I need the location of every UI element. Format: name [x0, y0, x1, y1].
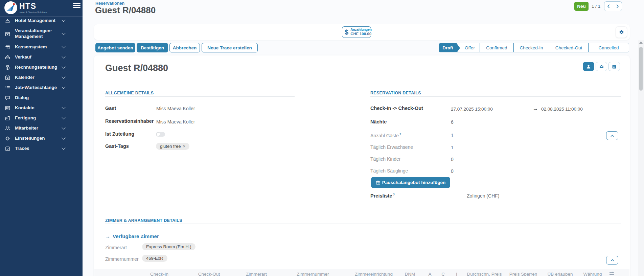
sidebar-item-job-warteschlange[interactable]: Job-Warteschlange [0, 83, 83, 93]
sidebar-item-traces[interactable]: Traces [0, 143, 83, 154]
column-settings-button[interactable] [609, 271, 615, 276]
chevron-down-icon [62, 85, 65, 89]
factory-icon [5, 115, 10, 121]
next-record-button[interactable] [613, 1, 622, 11]
column-header[interactable]: Währung [583, 272, 602, 276]
zimmernummer-pill[interactable]: 469-ExR [142, 255, 167, 262]
list-icon [5, 85, 10, 91]
sidebar-item-verkauf[interactable]: Verkauf [0, 52, 83, 62]
zimmerart-pill[interactable]: Express Room (Em.H.) [142, 243, 196, 250]
column-header[interactable]: Check-In [150, 272, 168, 276]
sidebar-item-mitarbeiter[interactable]: Mitarbeiter [0, 123, 83, 133]
column-header[interactable]: DNM [405, 272, 415, 276]
status-step-confirmed[interactable]: Confirmed [480, 43, 513, 52]
room-table-header: Check-In Check-Out Zimmerart Zimmernumme… [94, 269, 629, 276]
person-icon [586, 64, 591, 69]
taeglich-saeuglinge-label: Täglich Säuglinge [370, 168, 408, 174]
shop-icon [5, 44, 10, 50]
taeglich-kinder-value[interactable]: 0 [451, 157, 454, 162]
bestaetigen-button[interactable]: Bestätigen [137, 43, 168, 52]
sidebar-item-rechnungsstellung[interactable]: $ Rechnungsstellung [0, 62, 83, 72]
sidebar-item-veranstaltungen[interactable]: Veranstaltungen-Management [0, 26, 83, 42]
sidebar-item-label: Kassensystem [15, 44, 62, 50]
ist-zuteilung-toggle[interactable] [156, 132, 165, 137]
calendar-icon [5, 75, 10, 80]
abbrechen-button[interactable]: Abbrechen [169, 43, 200, 52]
column-header[interactable]: Preis Sperren [509, 272, 537, 276]
single-guest-view-button[interactable] [583, 62, 594, 71]
scrollbar-thumb[interactable] [639, 47, 643, 91]
help-icon[interactable]: ? [399, 132, 401, 136]
neue-trace-button[interactable]: Neue Trace erstellen [202, 43, 258, 52]
calendar-view-button[interactable] [608, 62, 620, 71]
remove-tag-icon[interactable]: × [183, 144, 185, 149]
checkout-value[interactable]: 02.08.2025 11:00:00 [541, 107, 583, 112]
column-header[interactable]: C [441, 272, 445, 276]
column-header[interactable]: Zimmereinrichtung [355, 272, 393, 276]
sidebar-item-kontakte[interactable]: Kontakte [0, 103, 83, 113]
sidebar-item-einstellungen[interactable]: Einstellungen [0, 133, 83, 143]
reservationsinhaber-value[interactable]: Miss Maeva Koller [156, 119, 195, 124]
gast-label: Gast [105, 106, 116, 111]
help-icon[interactable]: ? [393, 192, 395, 196]
checkin-value[interactable]: 27.07.2025 15:00:00 [451, 107, 493, 112]
dollar-icon: $ [345, 28, 348, 36]
group-view-button[interactable] [596, 62, 607, 71]
collapse-rooms-button[interactable] [606, 256, 618, 264]
angebot-senden-button[interactable]: Angebot senden [95, 43, 135, 52]
anzahl-gaeste-value[interactable]: 1 [451, 133, 454, 138]
collapse-guests-button[interactable] [606, 131, 618, 140]
column-header[interactable]: Zimmerart [246, 272, 267, 276]
chevron-right-icon [616, 4, 619, 8]
sidebar-item-dialog[interactable]: Dialog [0, 93, 83, 103]
column-header[interactable]: Zimmernummer [297, 272, 329, 276]
money-bag-icon: $ [5, 65, 10, 70]
checkbox-icon [5, 146, 10, 152]
verfuegbare-zimmer-label: Verfügbare Zimmer [113, 233, 159, 239]
taeglich-erwachsene-value[interactable]: 1 [451, 145, 454, 150]
column-header[interactable]: ÜB erlauben [547, 272, 573, 276]
preisliste-value[interactable]: Zofingen (CHF) [467, 193, 499, 199]
gift-icon [376, 180, 381, 185]
menu-icon[interactable] [73, 3, 80, 9]
chevron-down-icon [62, 18, 65, 22]
sidebar-item-fertigung[interactable]: Fertigung [0, 113, 83, 123]
pauschalangebot-button[interactable]: Pauschalangebot hinzufügen [371, 177, 450, 188]
anzahlungen-label: Anzahlungen [350, 28, 372, 32]
previous-record-button[interactable] [604, 1, 613, 11]
status-arrow-icon [457, 43, 460, 52]
chevron-down-icon [62, 31, 65, 35]
taeglich-kinder-label: Täglich Kinder [370, 156, 401, 162]
column-header[interactable]: I [456, 272, 457, 276]
scroll-up-icon[interactable] [639, 41, 643, 44]
status-step-cancelled[interactable]: Cancelled [588, 43, 629, 52]
sidebar-item-hotel-management[interactable]: Hotel Management [0, 16, 83, 26]
page-title: Guest R/04880 [95, 5, 156, 16]
naechte-label: Nächte [370, 119, 387, 124]
brand-subtitle: Hotel & Tourism Solutions [20, 11, 47, 14]
settings-button[interactable] [616, 26, 627, 38]
chevron-down-icon [62, 44, 65, 48]
taeglich-saeuglinge-value[interactable]: 0 [451, 168, 454, 174]
column-header[interactable]: A [428, 272, 431, 276]
column-header[interactable]: Durchschn. Preis [467, 272, 502, 276]
sidebar-item-kassensystem[interactable]: Kassensystem [0, 42, 83, 52]
chevron-left-icon [607, 4, 611, 8]
sliders-icon [609, 271, 615, 276]
preisliste-label: Preisliste? [370, 192, 395, 199]
status-step-checked-out[interactable]: Checked-Out [549, 43, 588, 52]
status-step-checked-in[interactable]: Checked-In [513, 43, 549, 52]
status-step-offer[interactable]: Offer [460, 43, 480, 52]
sidebar-item-label: Job-Warteschlange [15, 85, 62, 91]
brand-logo [4, 1, 17, 14]
vertical-scrollbar[interactable] [638, 40, 644, 276]
new-button[interactable]: Neu [574, 2, 589, 11]
sidebar-item-kalender[interactable]: Kalender [0, 72, 83, 83]
svg-text:$: $ [7, 67, 8, 69]
status-step-draft[interactable]: Draft [439, 43, 457, 52]
gast-value[interactable]: Miss Maeva Koller [156, 106, 195, 111]
verfuegbare-zimmer-link[interactable]: → Verfügbare Zimmer [105, 233, 159, 239]
anzahlungen-button[interactable]: $ Anzahlungen CHF 100.00 [342, 26, 371, 38]
column-header[interactable]: Check-Out [198, 272, 220, 276]
pagination-count: 1 / 1 [592, 4, 600, 9]
